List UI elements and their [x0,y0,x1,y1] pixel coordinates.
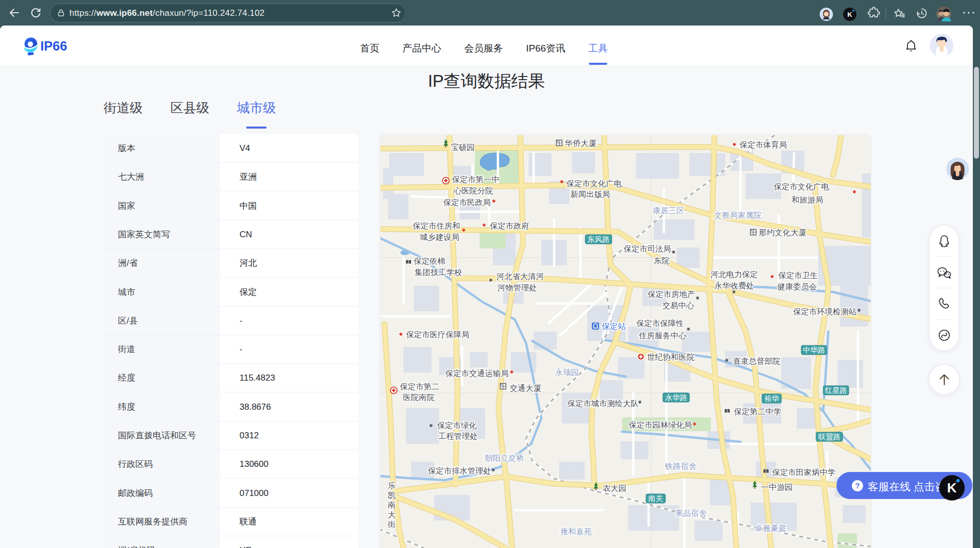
svg-text:裕华: 裕华 [764,394,780,403]
svg-text:果品宿舍: 果品宿舍 [675,509,707,517]
svg-text:IP66: IP66 [40,39,67,53]
svg-text:中华路: 中华路 [803,346,825,354]
svg-text:保定市民政局: 保定市民政局 [443,198,491,207]
svg-text:那约文化大厦: 那约文化大厦 [759,228,807,237]
svg-text:保定市第一中: 保定市第一中 [452,175,499,184]
svg-text:乐凯南大街: 乐凯南大街 [387,481,396,529]
svg-text:保定市文化广电: 保定市文化广电 [566,179,622,188]
svg-text:健康委员会: 健康委员会 [777,282,817,291]
svg-text:康居三区: 康居三区 [653,206,684,215]
svg-text:雍和嘉苑: 雍和嘉苑 [560,527,592,536]
svg-text:保定市司法局: 保定市司法局 [624,244,671,253]
svg-text:永瑞园: 永瑞园 [555,368,579,377]
svg-text:河北省大清河: 河北省大清河 [496,272,544,281]
svg-text:K: K [947,480,957,495]
svg-text:城乡建设局: 城乡建设局 [419,233,460,241]
svg-text:朝阳立交桥: 朝阳立交桥 [485,454,524,462]
svg-text:医院南院: 医院南院 [403,393,435,402]
svg-text:南关: 南关 [649,494,663,503]
svg-text:永华路: 永华路 [665,393,687,402]
svg-text:卓雅豪庭: 卓雅豪庭 [755,524,786,533]
svg-text:河北电力保定: 河北电力保定 [710,270,758,279]
svg-text:?: ? [855,481,859,490]
svg-text:保定市城市测绘大队: 保定市城市测绘大队 [567,399,639,408]
svg-text:河物管理处: 河物管理处 [497,283,537,292]
svg-text:保定依棉: 保定依棉 [414,257,445,265]
svg-text:保定市田家炳中学: 保定市田家炳中学 [772,468,835,477]
svg-text:新闻出版局: 新闻出版局 [570,190,610,198]
svg-text:农大园: 农大园 [603,484,627,492]
svg-text:工程管理处: 工程管理处 [438,432,478,440]
svg-text:保定市绿化: 保定市绿化 [437,421,477,430]
svg-text:红星路: 红星路 [825,386,847,394]
svg-text:交通大厦: 交通大厦 [510,384,542,392]
svg-text:集团技工学校: 集团技工学校 [415,268,462,277]
svg-text:K: K [847,11,852,18]
svg-text:联盟路: 联盟路 [818,433,841,441]
svg-text:文教局家属院: 文教局家属院 [714,211,761,219]
svg-text:保定市体育局: 保定市体育局 [739,140,787,149]
svg-text:保定市交通运输局: 保定市交通运输局 [445,369,509,378]
svg-text:保定第二中学: 保定第二中学 [734,407,781,416]
svg-text:铁路宿舍: 铁路宿舍 [665,462,697,470]
svg-text:保定市卫生: 保定市卫生 [778,271,818,280]
svg-text:永华收费处: 永华收费处 [714,281,754,290]
svg-text:保定市医疗保障局: 保定市医疗保障局 [406,330,469,339]
svg-text:保定市排水管理处: 保定市排水管理处 [428,466,491,475]
svg-text:华侨大厦: 华侨大厦 [564,139,597,147]
svg-text:宝硕园: 宝硕园 [451,143,475,152]
svg-text:和旅游局: 和旅游局 [792,195,823,204]
svg-text:直隶总督部院: 直隶总督部院 [733,357,780,365]
svg-text:一中游园: 一中游园 [761,483,793,491]
svg-text:交易中心: 交易中心 [662,301,695,310]
svg-text:住房服务中心: 住房服务中心 [638,331,687,340]
svg-text:保定市房地产: 保定市房地产 [648,290,696,298]
svg-text:保定市园林绿化局: 保定市园林绿化局 [629,420,692,429]
svg-text:保定市住房和: 保定市住房和 [413,221,460,230]
svg-text:保定市文化广电: 保定市文化广电 [774,182,829,191]
svg-text:世纪协和医院: 世纪协和医院 [647,353,695,361]
svg-text:心医院分院: 心医院分院 [453,186,493,195]
svg-text:保定市保障性: 保定市保障性 [636,319,684,328]
svg-text:东院: 东院 [654,256,670,265]
svg-text:东风路: 东风路 [587,235,610,243]
svg-text:保定市第二: 保定市第二 [400,382,440,391]
svg-text:保定站: 保定站 [602,322,626,331]
svg-text:保定市政府: 保定市政府 [490,221,530,230]
svg-text:保定市环境检测站: 保定市环境检测站 [793,307,857,316]
